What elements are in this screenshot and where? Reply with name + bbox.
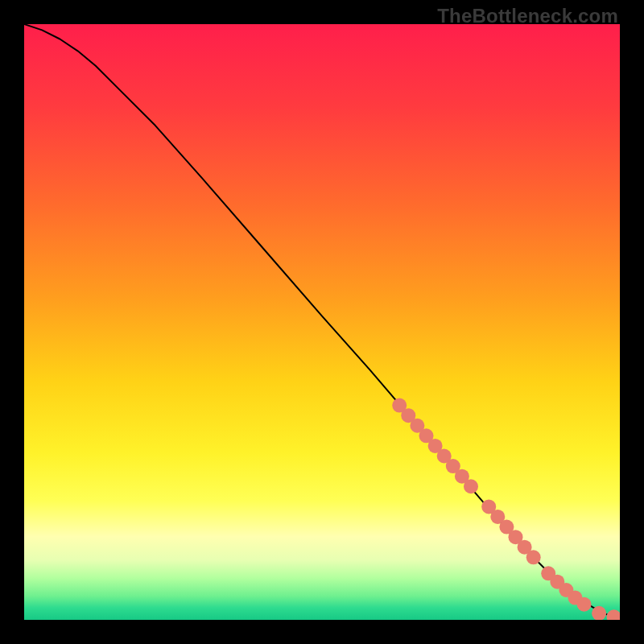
plot-area [24, 24, 620, 620]
chart-frame: TheBottleneck.com [0, 0, 644, 644]
highlight-dot [526, 550, 541, 564]
highlight-dot [577, 597, 592, 612]
gradient-background [24, 24, 620, 620]
chart-svg [24, 24, 620, 620]
highlight-dot [464, 479, 478, 493]
